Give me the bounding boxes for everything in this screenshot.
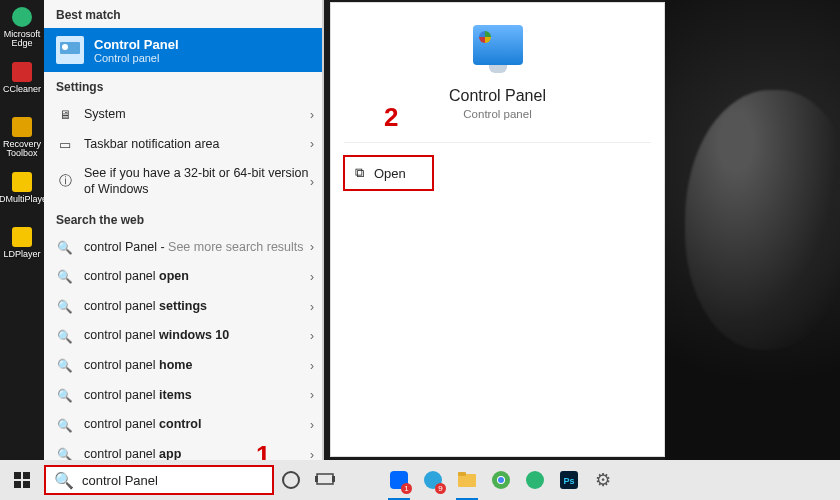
chevron-right-icon: › — [310, 329, 314, 343]
monitor-icon: 🖥 — [56, 108, 74, 122]
desktop-icon[interactable]: LDMultiPlayer — [0, 165, 44, 220]
gear-icon: ⚙ — [595, 469, 611, 491]
open-label: Open — [374, 166, 406, 181]
svg-rect-13 — [315, 476, 318, 482]
badge: 1 — [401, 483, 412, 494]
desktop-icon-label: Microsoft Edge — [0, 30, 44, 48]
desktop-icon[interactable]: CCleaner — [0, 55, 44, 110]
best-match-result[interactable]: Control Panel Control panel — [44, 28, 324, 72]
svg-rect-3 — [12, 172, 32, 192]
web-label: control panel windows 10 — [84, 328, 312, 344]
taskview-icon[interactable] — [308, 460, 342, 500]
best-match-title: Control Panel — [94, 37, 179, 52]
web-result[interactable]: 🔍 control panel control › — [44, 410, 324, 440]
search-icon: 🔍 — [56, 269, 74, 284]
search-icon: 🔍 — [54, 471, 74, 490]
svg-rect-9 — [14, 481, 21, 488]
result-preview-panel: Control Panel Control panel ⧉ Open — [330, 2, 665, 457]
taskbar: 🔍 1 9 Ps ⚙ — [0, 460, 840, 500]
svg-rect-8 — [23, 472, 30, 479]
cortana-icon[interactable] — [274, 460, 308, 500]
web-result[interactable]: 🔍 control Panel - See more search result… — [44, 233, 324, 263]
web-label: control panel control — [84, 417, 312, 433]
open-icon: ⧉ — [355, 165, 364, 181]
preview-title: Control Panel — [449, 87, 546, 105]
web-label: control panel home — [84, 358, 312, 374]
search-input[interactable] — [82, 473, 264, 488]
taskbar-app-explorer[interactable] — [450, 460, 484, 500]
chevron-right-icon: › — [310, 359, 314, 373]
control-panel-large-icon — [473, 25, 523, 65]
control-panel-icon — [56, 36, 84, 64]
desktop-wallpaper — [665, 0, 840, 460]
chevron-right-icon: › — [310, 108, 314, 122]
settings-result-32-64bit[interactable]: ⓘ See if you have a 32-bit or 64-bit ver… — [44, 159, 324, 204]
info-icon: ⓘ — [56, 173, 74, 190]
desktop-icon-label: LDPlayer — [3, 250, 40, 259]
svg-rect-6 — [62, 44, 68, 50]
web-result[interactable]: 🔍 control panel windows 10 › — [44, 321, 324, 351]
desktop-icon[interactable]: Recovery Toolbox — [0, 110, 44, 165]
svg-rect-4 — [12, 227, 32, 247]
desktop-icon-label: Recovery Toolbox — [0, 140, 44, 158]
web-result[interactable]: 🔍 control panel open › — [44, 262, 324, 292]
chevron-right-icon: › — [310, 175, 314, 189]
chevron-right-icon: › — [310, 418, 314, 432]
best-match-header: Best match — [44, 0, 324, 28]
svg-point-22 — [526, 471, 544, 489]
web-label: control panel settings — [84, 299, 312, 315]
web-label: control Panel - See more search results — [84, 240, 312, 256]
start-search-panel: Best match Control Panel Control panel S… — [44, 0, 324, 460]
desktop-icons-column: Microsoft Edge CCleaner Recovery Toolbox… — [0, 0, 44, 460]
settings-result-taskbar-area[interactable]: ▭ Taskbar notification area › — [44, 130, 324, 160]
settings-label: See if you have a 32-bit or 64-bit versi… — [84, 166, 312, 197]
desktop-icon-label: CCleaner — [3, 85, 41, 94]
svg-point-11 — [283, 472, 299, 488]
search-icon: 🔍 — [56, 418, 74, 433]
svg-point-21 — [498, 477, 504, 483]
settings-result-system[interactable]: 🖥 System › — [44, 100, 324, 130]
chevron-right-icon: › — [310, 270, 314, 284]
svg-text:Ps: Ps — [563, 476, 574, 486]
svg-rect-10 — [23, 481, 30, 488]
svg-rect-1 — [12, 62, 32, 82]
svg-rect-18 — [458, 472, 466, 476]
desktop-icon-label: LDMultiPlayer — [0, 195, 50, 204]
web-label: control panel open — [84, 269, 312, 285]
taskbar-app-zalo[interactable]: 1 — [382, 460, 416, 500]
taskbar-app-chrome[interactable] — [484, 460, 518, 500]
chevron-right-icon: › — [310, 137, 314, 151]
svg-point-0 — [12, 7, 32, 27]
search-icon: 🔍 — [56, 299, 74, 314]
best-match-subtitle: Control panel — [94, 52, 179, 64]
web-result[interactable]: 🔍 control panel items › — [44, 381, 324, 411]
chevron-right-icon: › — [310, 240, 314, 254]
search-icon: 🔍 — [56, 388, 74, 403]
svg-rect-12 — [317, 474, 333, 484]
taskbar-app-telegram[interactable]: 9 — [416, 460, 450, 500]
settings-label: Taskbar notification area — [84, 137, 312, 153]
settings-header: Settings — [44, 72, 324, 100]
taskbar-app-photoshop[interactable]: Ps — [552, 460, 586, 500]
divider — [344, 142, 650, 143]
open-action[interactable]: ⧉ Open — [343, 155, 434, 191]
taskbar-settings-icon[interactable]: ⚙ — [586, 460, 620, 500]
web-result[interactable]: 🔍 control panel home › — [44, 351, 324, 381]
taskbar-app-edge[interactable] — [518, 460, 552, 500]
search-icon: 🔍 — [56, 240, 74, 255]
preview-subtitle: Control panel — [463, 108, 531, 120]
desktop-icon[interactable]: LDPlayer — [0, 220, 44, 275]
taskbar-search-box[interactable]: 🔍 — [44, 465, 274, 495]
svg-rect-7 — [14, 472, 21, 479]
search-icon: 🔍 — [56, 329, 74, 344]
svg-rect-14 — [332, 476, 335, 482]
desktop-icon[interactable]: Microsoft Edge — [0, 0, 44, 55]
badge: 9 — [435, 483, 446, 494]
web-result[interactable]: 🔍 control panel settings › — [44, 292, 324, 322]
taskbar-icon: ▭ — [56, 137, 74, 152]
start-button[interactable] — [0, 460, 44, 500]
chevron-right-icon: › — [310, 300, 314, 314]
settings-label: System — [84, 107, 312, 123]
search-icon: 🔍 — [56, 358, 74, 373]
svg-rect-2 — [12, 117, 32, 137]
